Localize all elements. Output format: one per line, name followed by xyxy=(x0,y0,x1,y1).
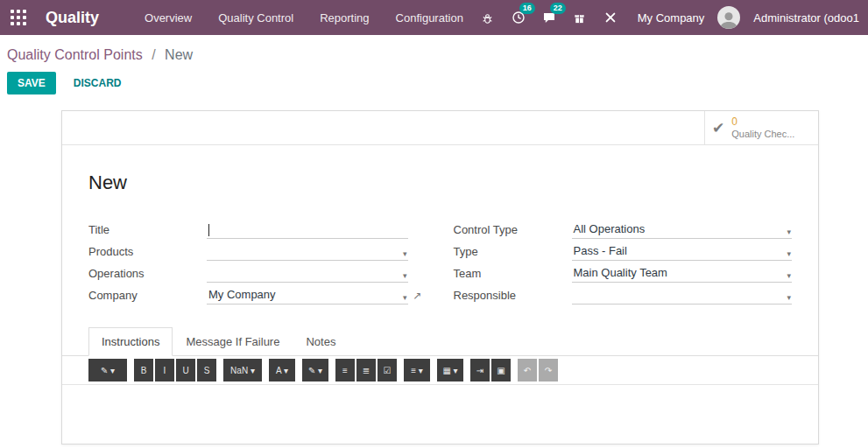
right-column: Control Type All Operations ▾ Type Pass … xyxy=(454,217,793,304)
chevron-down-icon[interactable]: ▾ xyxy=(787,249,791,258)
left-column: Title Products ▾ Oper xyxy=(88,217,427,304)
save-button[interactable]: SAVE xyxy=(7,72,56,94)
align-dropdown[interactable]: ≡ ▾ xyxy=(404,359,430,382)
record-title: New xyxy=(88,172,792,194)
breadcrumb-current: New xyxy=(165,47,193,62)
field-row-responsible: Responsible ▾ xyxy=(454,283,793,304)
field-row-company: Company My Company ▾ ↗ xyxy=(88,283,427,304)
field-value: All Operations xyxy=(574,222,646,235)
control-panel: Quality Control Points / New SAVE DISCAR… xyxy=(0,35,868,105)
breadcrumb-separator: / xyxy=(152,47,155,62)
external-link-icon[interactable]: ↗ xyxy=(408,290,427,304)
stat-texts: 0 Quality Chec... xyxy=(731,116,794,141)
bug-icon[interactable] xyxy=(479,9,497,26)
editor-toolbar: ✎ ▾ B I U S NaN ▾ A ▾ ✎ ▾ ≡ ≣ ☑ xyxy=(62,356,818,385)
field-grid: Title Products ▾ Oper xyxy=(88,217,792,304)
stat-count: 0 xyxy=(731,116,794,129)
field-value: Pass - Fail xyxy=(574,244,627,257)
chevron-down-icon[interactable]: ▾ xyxy=(787,228,791,236)
activities-badge: 16 xyxy=(519,3,535,14)
company-switcher[interactable]: My Company xyxy=(638,11,705,24)
systray: 16 22 My Company Administrator (odoo1 xyxy=(479,6,859,29)
tab-message-if-failure[interactable]: Message If Failure xyxy=(173,327,293,355)
instructions-editor[interactable] xyxy=(62,385,818,444)
redo-button: ↷ xyxy=(539,359,558,382)
text-color-dropdown[interactable]: A ▾ xyxy=(269,359,295,382)
field-row-operations: Operations ▾ xyxy=(88,261,427,283)
table-dropdown[interactable]: ▦ ▾ xyxy=(437,359,463,382)
topbar: Quality Overview Quality Control Reporti… xyxy=(0,0,868,35)
breadcrumb-parent[interactable]: Quality Control Points xyxy=(7,47,143,62)
field-value: Main Quality Team xyxy=(574,266,667,279)
chevron-down-icon[interactable]: ▾ xyxy=(403,249,407,258)
field-label: Operations xyxy=(88,267,207,283)
underline-button[interactable]: U xyxy=(176,359,195,382)
field-value: My Company xyxy=(208,288,276,301)
main-menu: Overview Quality Control Reporting Confi… xyxy=(145,11,463,24)
style-dropdown[interactable]: ✎ ▾ xyxy=(88,359,127,382)
stat-button-bar: ✔ 0 Quality Chec... xyxy=(62,111,818,145)
check-icon: ✔ xyxy=(712,119,724,137)
font-size-dropdown[interactable]: NaN ▾ xyxy=(223,359,262,382)
messages-badge: 22 xyxy=(550,3,566,14)
apps-menu-icon[interactable] xyxy=(11,10,26,25)
form-sheet: New Title Products ▾ xyxy=(62,145,818,356)
field-label: Company xyxy=(88,289,207,304)
indent-button[interactable]: ⇥ xyxy=(470,359,490,382)
form-card: ✔ 0 Quality Chec... New Title xyxy=(61,110,819,444)
products-input[interactable]: ▾ xyxy=(207,242,408,261)
stat-label: Quality Chec... xyxy=(731,129,794,141)
messages-icon[interactable]: 22 xyxy=(540,9,558,26)
italic-button[interactable]: I xyxy=(155,359,174,382)
activities-icon[interactable]: 16 xyxy=(510,9,527,26)
field-label: Products xyxy=(88,245,207,261)
ordered-list-button[interactable]: ≣ xyxy=(356,359,376,382)
quality-checks-stat-button[interactable]: ✔ 0 Quality Chec... xyxy=(704,111,818,144)
field-row-team: Team Main Quality Team ▾ xyxy=(454,261,793,283)
chevron-down-icon[interactable]: ▾ xyxy=(787,271,791,280)
strikethrough-button[interactable]: S xyxy=(197,359,216,382)
field-label: Team xyxy=(454,267,572,283)
undo-button: ↶ xyxy=(518,359,537,382)
field-label: Type xyxy=(454,245,572,261)
operations-input[interactable]: ▾ xyxy=(207,264,408,283)
field-label: Responsible xyxy=(454,289,572,304)
tab-instructions[interactable]: Instructions xyxy=(88,327,173,356)
app-name[interactable]: Quality xyxy=(46,9,99,27)
image-button[interactable]: ▣ xyxy=(491,359,511,382)
form-view: ✔ 0 Quality Chec... New Title xyxy=(0,105,868,444)
team-select[interactable]: Main Quality Team ▾ xyxy=(572,264,793,283)
checklist-button[interactable]: ☑ xyxy=(378,359,397,382)
chevron-down-icon[interactable]: ▾ xyxy=(403,293,407,302)
unordered-list-button[interactable]: ≡ xyxy=(335,359,355,382)
field-row-title: Title xyxy=(88,217,427,239)
control-type-select[interactable]: All Operations ▾ xyxy=(572,220,793,239)
breadcrumb: Quality Control Points / New xyxy=(7,44,861,72)
field-row-type: Type Pass - Fail ▾ xyxy=(454,239,793,261)
avatar[interactable] xyxy=(717,6,740,29)
text-cursor xyxy=(208,224,209,236)
bold-button[interactable]: B xyxy=(134,359,153,382)
gift-icon[interactable] xyxy=(571,9,589,26)
menu-reporting[interactable]: Reporting xyxy=(320,11,369,24)
tab-notes[interactable]: Notes xyxy=(293,327,349,355)
chevron-down-icon[interactable]: ▾ xyxy=(403,271,407,280)
field-row-products: Products ▾ xyxy=(88,239,427,261)
field-label: Title xyxy=(88,223,207,239)
field-label: Control Type xyxy=(454,223,572,239)
highlight-dropdown[interactable]: ✎ ▾ xyxy=(302,359,328,382)
notebook-tabs: Instructions Message If Failure Notes xyxy=(62,327,818,356)
chevron-down-icon[interactable]: ▾ xyxy=(787,293,791,302)
menu-quality-control[interactable]: Quality Control xyxy=(218,11,293,24)
company-input[interactable]: My Company ▾ xyxy=(207,286,408,304)
tools-icon[interactable] xyxy=(602,9,619,26)
title-input[interactable] xyxy=(207,220,408,239)
responsible-input[interactable]: ▾ xyxy=(572,286,793,304)
type-select[interactable]: Pass - Fail ▾ xyxy=(572,242,793,261)
discard-button[interactable]: DISCARD xyxy=(70,72,125,94)
control-panel-buttons: SAVE DISCARD xyxy=(7,72,861,94)
menu-overview[interactable]: Overview xyxy=(145,11,192,24)
user-menu[interactable]: Administrator (odoo1 xyxy=(753,11,859,24)
menu-configuration[interactable]: Configuration xyxy=(396,11,463,24)
field-row-control-type: Control Type All Operations ▾ xyxy=(454,217,793,239)
